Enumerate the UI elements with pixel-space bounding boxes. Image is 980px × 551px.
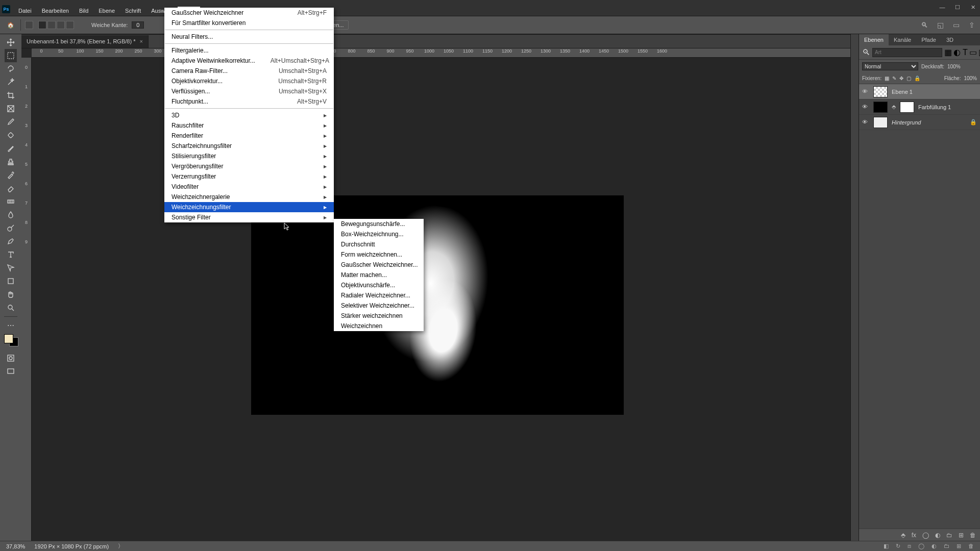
menu-item[interactable]: Rauschfilter — [164, 120, 334, 131]
path-tool[interactable] — [5, 261, 17, 274]
lock-pixel-icon[interactable]: ✎ — [892, 76, 896, 81]
gradient-tool[interactable] — [5, 195, 17, 208]
menu-item[interactable]: Für Smartfilter konvertieren — [164, 18, 334, 28]
sel-add-icon[interactable] — [47, 21, 56, 29]
layer-row[interactable]: 👁Ebene 1 — [859, 84, 980, 99]
layer-list[interactable]: 👁Ebene 1👁⬘Farbfüllung 1👁Hintergrund🔒 — [859, 84, 980, 529]
lock-all-icon[interactable]: 🔒 — [914, 76, 920, 81]
feather-value[interactable]: 0 — [132, 21, 144, 29]
window-controls[interactable]: — ☐ ✕ — [937, 4, 978, 11]
canvas[interactable] — [251, 195, 624, 415]
menu-item[interactable]: Scharfzeichnungsfilter — [164, 141, 334, 151]
fx-icon[interactable]: fx — [912, 532, 916, 539]
submenu-item[interactable]: Box-Weichzeichnung... — [334, 229, 424, 239]
eyedropper-tool[interactable] — [5, 115, 17, 129]
layer-name[interactable]: Farbfüllung 1 — [918, 104, 951, 110]
history-brush-tool[interactable] — [5, 168, 17, 182]
panel-tabs[interactable]: EbenenKanälePfade3D — [859, 34, 980, 45]
brush-tool[interactable] — [5, 142, 17, 155]
search-icon[interactable]: 🔍︎ — [921, 21, 928, 29]
menu-item[interactable]: Verzerrungsfilter — [164, 171, 334, 182]
layer-thumb[interactable] — [873, 86, 888, 97]
menu-item[interactable]: 3D — [164, 110, 334, 120]
color-swatches[interactable] — [3, 334, 18, 346]
panel-tab-3d[interactable]: 3D — [941, 34, 959, 45]
mask-thumb[interactable] — [900, 102, 914, 113]
filter-menu[interactable]: Gaußscher WeichzeichnerAlt+Strg+FFür Sma… — [164, 8, 334, 222]
crop-tool[interactable] — [5, 89, 17, 102]
shape-tool[interactable] — [5, 274, 17, 288]
zoom-tool[interactable] — [5, 301, 17, 314]
visibility-icon[interactable]: 👁 — [862, 104, 869, 111]
document-tab[interactable]: Unbenannt-1 bei 37,8% (Ebene 1, RGB/8) *… — [21, 35, 149, 48]
collapsed-panels-strip[interactable] — [850, 34, 859, 541]
visibility-icon[interactable]: 👁 — [862, 119, 869, 126]
menu-item[interactable]: Renderfilter — [164, 131, 334, 141]
menu-ebene[interactable]: Ebene — [93, 7, 120, 15]
blur-tool[interactable] — [5, 208, 17, 221]
sel-sub-icon[interactable] — [57, 21, 65, 29]
group-icon[interactable]: 🗀 — [946, 532, 952, 539]
menu-item[interactable]: Vergröberungsfilter — [164, 161, 334, 171]
menu-datei[interactable]: Datei — [13, 7, 37, 15]
fill-value[interactable]: 100% — [964, 76, 977, 81]
sync-icon[interactable]: ↻ — [896, 543, 900, 549]
maximize-icon[interactable]: ☐ — [952, 4, 963, 11]
wand-tool[interactable] — [5, 76, 17, 89]
menu-item[interactable]: Camera Raw-Filter...Umschalt+Strg+A — [164, 66, 334, 76]
minimize-icon[interactable]: — — [937, 4, 947, 11]
lasso-tool[interactable] — [5, 62, 17, 76]
submenu-item[interactable]: Weichzeichnen — [334, 321, 424, 331]
submenu-item[interactable]: Bewegungsunschärfe... — [334, 219, 424, 229]
menu-item[interactable]: Objektivkorrektur...Umschalt+Strg+R — [164, 76, 334, 86]
screenmode-icon[interactable] — [5, 365, 17, 378]
visibility-icon[interactable]: 👁 — [862, 88, 869, 95]
submenu-item[interactable]: Durchschnitt — [334, 239, 424, 249]
mask-icon[interactable]: ◯ — [918, 543, 924, 549]
adjust-icon[interactable]: ◐ — [935, 532, 940, 539]
layer-search-input[interactable] — [872, 48, 942, 57]
menu-item[interactable]: Neural Filters... — [164, 32, 334, 42]
menu-item[interactable]: Verflüssigen...Umschalt+Strg+X — [164, 86, 334, 96]
menu-item[interactable]: Fluchtpunkt...Alt+Strg+V — [164, 96, 334, 107]
home-button[interactable]: 🏠 — [5, 20, 16, 30]
hand-tool[interactable] — [5, 288, 17, 301]
lock-nest-icon[interactable]: ▢ — [906, 76, 911, 81]
frame-tool[interactable] — [5, 102, 17, 115]
menu-item[interactable]: Stilisierungsfilter — [164, 151, 334, 161]
menu-bearbeiten[interactable]: Bearbeiten — [37, 7, 74, 15]
panel-tab-kanäle[interactable]: Kanäle — [889, 34, 916, 45]
timeline-icon[interactable]: ◧ — [884, 543, 889, 549]
status-arrow-icon[interactable]: 〉 — [118, 542, 124, 550]
lock-trans-icon[interactable]: ▦ — [885, 76, 889, 81]
layer-row[interactable]: 👁Hintergrund🔒 — [859, 115, 980, 130]
type-tool[interactable] — [5, 248, 17, 261]
eraser-tool[interactable] — [5, 182, 17, 195]
submenu-item[interactable]: Form weichzeichnen... — [334, 249, 424, 260]
blend-mode-select[interactable]: Normal — [862, 62, 918, 70]
share-icon[interactable]: ⇪ — [969, 21, 975, 29]
close-tab-icon[interactable]: × — [139, 38, 142, 44]
menu-item[interactable]: Sonstige Filter — [164, 212, 334, 222]
layer-row[interactable]: 👁⬘Farbfüllung 1 — [859, 99, 980, 115]
sel-int-icon[interactable] — [66, 21, 74, 29]
workspace-icon[interactable]: ▭ — [953, 21, 960, 29]
add-icon[interactable]: ⊞ — [957, 543, 961, 549]
submenu-item[interactable]: Stärker weichzeichnen — [334, 311, 424, 321]
layer-name[interactable]: Ebene 1 — [892, 89, 913, 95]
dodge-tool[interactable] — [5, 221, 17, 235]
move-tool[interactable] — [5, 36, 17, 49]
submenu-item[interactable]: Matter machen... — [334, 270, 424, 280]
submenu-item[interactable]: Gaußscher Weichzeichner... — [334, 260, 424, 270]
pen-tool[interactable] — [5, 235, 17, 248]
layer-thumb[interactable] — [873, 102, 888, 113]
submenu-item[interactable]: Radialer Weichzeichner... — [334, 290, 424, 300]
menu-schrift[interactable]: Schrift — [120, 7, 146, 15]
fg-color-swatch[interactable] — [4, 334, 13, 343]
menu-bild[interactable]: Bild — [74, 7, 93, 15]
delete-icon[interactable]: 🗑 — [970, 532, 976, 539]
zoom-level[interactable]: 37,83% — [6, 543, 25, 549]
filter-pixel-icon[interactable]: ▦ — [944, 49, 951, 56]
marquee-tool[interactable] — [5, 49, 17, 62]
edit-toolbar-icon[interactable]: ⋯ — [5, 319, 17, 332]
